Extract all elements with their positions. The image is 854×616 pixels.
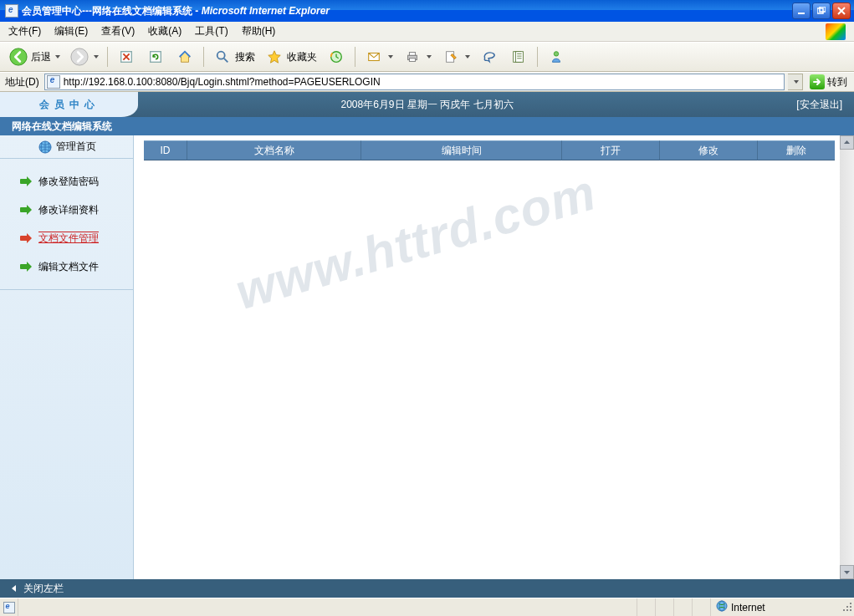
maximize-button[interactable] [812, 3, 831, 19]
stop-button[interactable] [113, 44, 140, 69]
search-button[interactable]: 搜索 [209, 44, 258, 69]
forward-icon [69, 47, 89, 67]
column-delete[interactable]: 删除 [758, 140, 835, 160]
refresh-icon [146, 47, 166, 67]
sidebar-item-label: 编辑文档文件 [38, 260, 99, 274]
date-text: 2008年6月9日 星期一 丙戌年 七月初六 [340, 98, 513, 112]
print-button[interactable] [399, 44, 435, 69]
arrow-icon [20, 176, 33, 186]
globe-icon [38, 140, 53, 155]
logo-tab: 会员中心 [0, 92, 138, 117]
menu-file[interactable]: 文件(F) [3, 23, 46, 40]
research-icon [509, 47, 529, 67]
svg-point-18 [554, 52, 558, 56]
sidebar-item-edit-doc[interactable]: 编辑文档文件 [20, 252, 133, 281]
mail-button[interactable] [361, 44, 396, 69]
history-button[interactable] [323, 44, 350, 69]
main-panel: ID 文档名称 编辑时间 打开 修改 删除 [134, 135, 854, 579]
titlebar: 会员管理中心---网络在线文档编辑系统 - Microsoft Internet… [0, 0, 854, 22]
page-icon [5, 4, 18, 18]
triangle-left-icon [12, 585, 16, 592]
close-sidebar-link[interactable]: 关闭左栏 [23, 582, 64, 596]
vertical-scrollbar[interactable] [840, 135, 854, 579]
window-title: 会员管理中心---网络在线文档编辑系统 - Microsoft Internet… [22, 4, 792, 18]
column-open[interactable]: 打开 [562, 140, 660, 160]
statusbar: Internet [0, 598, 854, 616]
column-edit-time[interactable]: 编辑时间 [361, 140, 562, 160]
status-zone-text: Internet [731, 602, 765, 613]
print-icon [402, 47, 422, 67]
sidebar-item-doc-manage[interactable]: 文档文件管理 [20, 224, 133, 252]
discuss-icon [479, 47, 499, 67]
menu-view[interactable]: 查看(V) [96, 23, 140, 40]
chevron-down-icon [388, 55, 393, 59]
refresh-button[interactable] [142, 44, 169, 69]
arrow-icon [20, 233, 33, 243]
edit-icon [441, 47, 461, 67]
sidebar-item-change-password[interactable]: 修改登陆密码 [20, 167, 133, 196]
back-label: 后退 [31, 50, 51, 64]
edit-button[interactable] [437, 44, 473, 69]
table-header-row: ID 文档名称 编辑时间 打开 修改 删除 [144, 140, 835, 160]
toolbar-separator [203, 47, 204, 67]
address-dropdown[interactable] [788, 74, 803, 90]
sidebar-item-edit-profile[interactable]: 修改详细资料 [20, 196, 133, 224]
status-cell [655, 598, 673, 616]
toolbar-separator [107, 47, 108, 67]
go-button[interactable]: 转到 [806, 74, 851, 90]
sidebar-item-label: 修改登陆密码 [38, 175, 99, 189]
svg-point-20 [717, 601, 727, 611]
menu-edit[interactable]: 编辑(E) [49, 23, 93, 40]
menu-tools[interactable]: 工具(T) [190, 23, 233, 40]
column-doc-name[interactable]: 文档名称 [187, 140, 361, 160]
arrow-icon [20, 262, 33, 272]
sidebar-head[interactable]: 管理首页 [0, 135, 133, 159]
column-id[interactable]: ID [144, 140, 187, 160]
column-modify[interactable]: 修改 [660, 140, 758, 160]
minimize-button[interactable] [792, 3, 811, 19]
page-icon [3, 602, 15, 613]
window-buttons [792, 3, 854, 19]
sidebar-head-label: 管理首页 [56, 140, 96, 154]
favorites-label: 收藏夹 [287, 50, 317, 64]
address-url: http://192.168.0.100:8080/Bjq/Login.shtm… [64, 76, 381, 88]
back-icon [8, 47, 28, 67]
menu-help[interactable]: 帮助(H) [237, 23, 281, 40]
scroll-up-button[interactable] [840, 135, 854, 150]
scroll-track[interactable] [840, 150, 854, 565]
forward-button[interactable] [66, 44, 102, 69]
arrow-icon [20, 205, 33, 215]
resize-grip[interactable] [839, 602, 854, 613]
home-button[interactable] [171, 44, 198, 69]
toolbar-separator [355, 47, 355, 67]
status-cell [637, 598, 655, 616]
window-title-browser: Microsoft Internet Explorer [202, 5, 330, 17]
toolbar: 后退 搜索 收藏夹 [0, 42, 854, 72]
system-name: 网络在线文档编辑系统 [12, 120, 112, 134]
stop-icon [116, 47, 136, 67]
chevron-down-icon [427, 55, 432, 59]
scroll-down-button[interactable] [840, 565, 854, 579]
messenger-button[interactable] [543, 44, 570, 69]
search-label: 搜索 [235, 50, 255, 64]
messenger-icon [546, 47, 566, 67]
sidebar-item-label: 文档文件管理 [38, 232, 99, 246]
svg-rect-13 [409, 53, 415, 56]
back-button[interactable]: 后退 [5, 44, 64, 69]
status-cell [673, 598, 692, 616]
address-label: 地址(D) [3, 75, 41, 89]
logout-link[interactable]: [安全退出] [796, 98, 842, 112]
favorites-button[interactable]: 收藏夹 [261, 44, 320, 69]
close-button[interactable] [832, 3, 851, 19]
menu-favorites[interactable]: 收藏(A) [143, 23, 187, 40]
discuss-button[interactable] [476, 44, 503, 69]
chevron-down-icon [465, 55, 470, 59]
system-name-strip: 网络在线文档编辑系统 [0, 117, 854, 135]
go-arrow-icon [810, 74, 825, 89]
status-page-icon-cell [0, 598, 18, 616]
research-button[interactable] [505, 44, 532, 69]
toolbar-separator [537, 47, 538, 67]
sidebar-list: 修改登陆密码 修改详细资料 文档文件管理 编辑文档文件 [0, 159, 133, 290]
address-input[interactable]: http://192.168.0.100:8080/Bjq/Login.shtm… [44, 74, 785, 90]
svg-point-9 [217, 52, 225, 59]
